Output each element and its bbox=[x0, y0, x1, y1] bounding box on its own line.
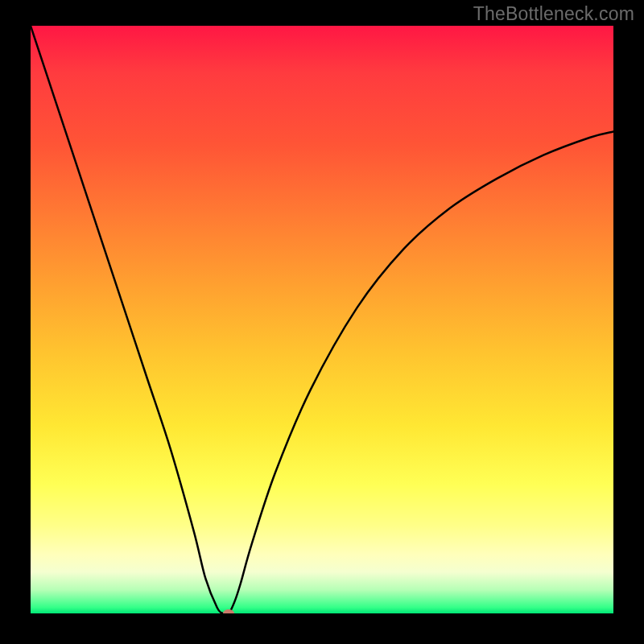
watermark-text: TheBottleneck.com bbox=[473, 3, 634, 25]
operating-point-marker bbox=[223, 609, 234, 613]
plot-area bbox=[31, 26, 613, 613]
bottleneck-curve bbox=[31, 26, 613, 613]
chart-frame: TheBottleneck.com bbox=[0, 0, 644, 644]
